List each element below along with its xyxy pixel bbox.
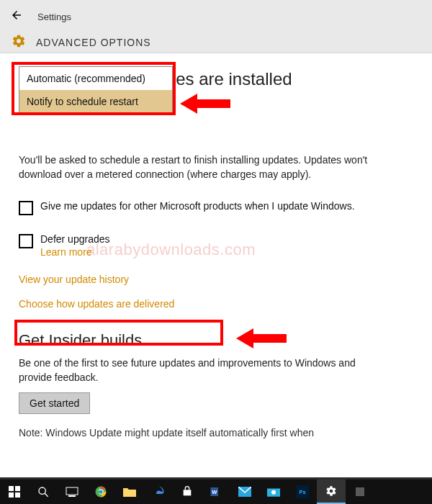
content-area: Choose how updates are installed Automat… xyxy=(0,53,432,446)
page-title: ADVANCED OPTIONS xyxy=(36,37,151,48)
taskbar-search[interactable] xyxy=(29,480,58,504)
taskbar-settings[interactable] xyxy=(317,480,346,504)
taskbar: W Ps xyxy=(0,480,432,504)
svg-text:W: W xyxy=(212,489,217,495)
svg-rect-20 xyxy=(356,487,364,496)
checkbox-defer-label: Defer upgrades xyxy=(40,233,110,247)
photoshop-icon: Ps xyxy=(296,485,309,498)
learn-more-link[interactable]: Learn more xyxy=(40,246,110,258)
taskbar-edge[interactable] xyxy=(144,480,173,504)
camera-icon xyxy=(267,487,280,497)
checkbox-defer-upgrades[interactable]: Defer upgrades Learn more xyxy=(19,233,364,258)
svg-point-6 xyxy=(39,487,45,494)
edge-icon xyxy=(152,485,165,498)
choose-delivery-link[interactable]: Choose how updates are delivered xyxy=(19,298,413,310)
annotation-arrow-1 xyxy=(180,89,230,118)
mail-icon xyxy=(238,487,251,497)
get-started-button[interactable]: Get started xyxy=(19,392,90,414)
annotation-arrow-2 xyxy=(236,324,287,353)
update-history-link[interactable]: View your update history xyxy=(19,274,413,285)
settings-label: Settings xyxy=(37,12,71,22)
checkbox-icon[interactable] xyxy=(19,234,33,248)
insider-heading: Get Insider builds xyxy=(19,331,413,350)
taskbar-mail[interactable] xyxy=(230,480,259,504)
taskbar-store[interactable] xyxy=(173,480,202,504)
checkbox-icon[interactable] xyxy=(19,201,33,215)
dropdown-option-automatic[interactable]: Automatic (recommended) xyxy=(19,67,172,90)
word-icon: W xyxy=(210,485,222,498)
taskbar-file-explorer[interactable] xyxy=(115,480,144,504)
folder-icon xyxy=(123,487,136,497)
svg-line-7 xyxy=(45,493,48,497)
svg-text:Ps: Ps xyxy=(299,489,305,495)
svg-rect-5 xyxy=(15,492,20,498)
taskview-icon xyxy=(66,487,78,497)
svg-point-17 xyxy=(271,490,276,495)
svg-rect-3 xyxy=(15,486,20,491)
svg-rect-8 xyxy=(66,487,78,495)
settings-header: Settings ADVANCED OPTIONS xyxy=(0,0,432,53)
app-icon xyxy=(354,486,366,498)
update-note: Note: Windows Update might update itself… xyxy=(19,427,413,438)
taskbar-app[interactable] xyxy=(346,480,374,504)
svg-rect-2 xyxy=(9,486,14,491)
taskbar-photoshop[interactable]: Ps xyxy=(288,480,317,504)
windows-start-icon xyxy=(9,486,20,498)
back-button[interactable] xyxy=(7,6,26,28)
svg-marker-0 xyxy=(180,94,230,114)
search-icon xyxy=(37,486,49,498)
svg-marker-1 xyxy=(236,328,287,348)
taskbar-taskview[interactable] xyxy=(58,480,86,504)
gear-icon xyxy=(325,485,337,497)
arrow-left-icon xyxy=(10,9,23,22)
dropdown-option-notify[interactable]: Notify to schedule restart xyxy=(19,90,172,113)
start-button[interactable] xyxy=(0,480,29,504)
taskbar-word[interactable]: W xyxy=(202,480,230,504)
checkbox-other-products[interactable]: Give me updates for other Microsoft prod… xyxy=(19,199,364,215)
install-description: You'll be asked to schedule a restart to… xyxy=(19,153,379,182)
svg-rect-9 xyxy=(68,495,76,497)
svg-rect-4 xyxy=(9,492,14,498)
chrome-icon xyxy=(94,485,107,498)
install-mode-dropdown[interactable]: Automatic (recommended) Notify to schedu… xyxy=(19,66,173,114)
insider-text: Be one of the first to see future update… xyxy=(19,356,364,385)
store-icon xyxy=(181,486,193,498)
taskbar-camera[interactable] xyxy=(259,480,288,504)
gear-icon xyxy=(12,34,26,50)
checkbox-other-products-label: Give me updates for other Microsoft prod… xyxy=(40,199,355,214)
taskbar-chrome[interactable] xyxy=(86,480,115,504)
